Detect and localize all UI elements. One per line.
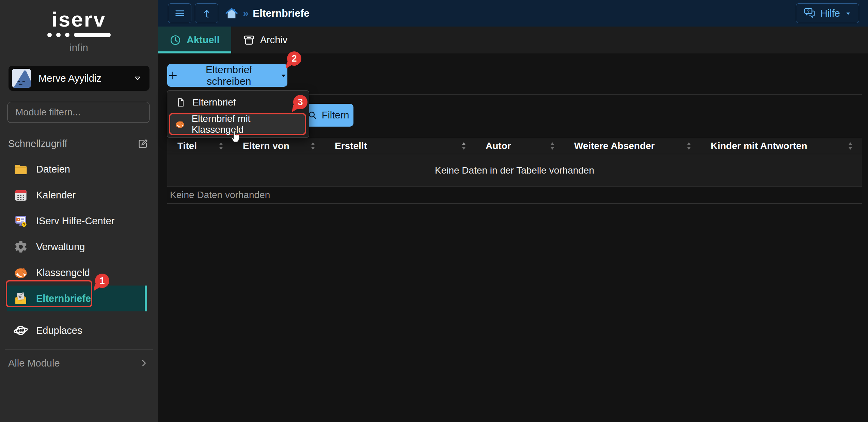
archive-icon (243, 34, 255, 46)
badge-number: 3 (298, 97, 303, 108)
fox-icon (175, 119, 185, 129)
sidebar-item-elternbriefe[interactable]: Elternbriefe (7, 286, 147, 311)
sidebar-item-kalender[interactable]: Kalender (7, 182, 158, 208)
sidebar-item-klassengeld[interactable]: Klassengeld (7, 260, 158, 286)
column-header-eltern-von[interactable]: Eltern von (233, 138, 325, 154)
menu-toggle-button[interactable] (168, 3, 191, 23)
tab-label: Aktuell (187, 34, 220, 46)
chevron-down-icon (133, 74, 142, 83)
badge-number: 2 (291, 53, 297, 64)
column-header-kinder-mit-antworten[interactable]: Kinder mit Antworten (700, 138, 862, 154)
file-icon (176, 98, 186, 107)
column-label: Erstellt (335, 141, 367, 151)
letters-table: Titel Eltern von Erstellt (167, 138, 862, 204)
sort-icon (218, 141, 224, 151)
write-dropdown-menu: Elternbrief Elternbrief mit Klassengeld (167, 90, 309, 138)
filter-button-label: Filtern (322, 110, 349, 121)
breadcrumb-separator: » (243, 7, 249, 19)
dropdown-item-elternbrief[interactable]: Elternbrief (167, 93, 309, 112)
column-header-erstellt[interactable]: Erstellt (325, 138, 475, 154)
column-label: Kinder mit Antworten (711, 141, 807, 151)
sidebar-item-label: Kalender (36, 190, 76, 201)
column-header-autor[interactable]: Autor (475, 138, 564, 154)
table-empty-row: Keine Daten in der Tabelle vorhanden (167, 154, 862, 187)
caret-down-icon (845, 10, 852, 17)
sidebar-item-verwaltung[interactable]: Verwaltung (7, 234, 158, 260)
clock-icon (169, 34, 182, 46)
edit-icon[interactable] (137, 138, 149, 149)
sidebar-item-label: Verwaltung (36, 241, 85, 253)
content-area: Elternbrief schreiben 2 Filtern (158, 53, 868, 422)
home-icon[interactable] (224, 6, 239, 20)
user-name: Merve Ayyildiz (38, 73, 126, 84)
iserv-logo-underline (0, 33, 158, 37)
dropdown-item-label: Elternbrief mit Klassengeld (192, 113, 300, 135)
help-chat-icon: ? (803, 7, 816, 19)
tab-label: Archiv (260, 34, 288, 46)
tenant-name: infin (0, 42, 158, 53)
all-modules-label: Alle Module (8, 358, 60, 369)
annotation-badge-step3: 3 (293, 95, 307, 109)
column-header-titel[interactable]: Titel (167, 138, 233, 154)
help-center-icon: ? (14, 214, 28, 228)
badge-number: 1 (99, 276, 105, 286)
sidebar-item-iserv-hilfe-center[interactable]: ? IServ Hilfe-Center (7, 208, 158, 234)
folder-icon (14, 162, 28, 176)
module-filter (7, 102, 149, 123)
help-menu-button[interactable]: ? Hilfe (796, 3, 859, 23)
write-letter-label: Elternbrief schreiben (184, 64, 274, 87)
app-window: iserv infin Merve Ayyildiz Schnellzug (0, 0, 868, 422)
write-letter-button[interactable]: Elternbrief schreiben (167, 64, 287, 87)
dropdown-item-label: Elternbrief (192, 97, 236, 108)
quick-access-header: Schnellzugriff (8, 138, 149, 149)
footer-info-label: Keine Daten vorhanden (170, 190, 270, 200)
quick-access-label: Schnellzugriff (8, 138, 67, 149)
table-header-row: Titel Eltern von Erstellt (167, 138, 862, 154)
column-label: Autor (486, 141, 511, 151)
arrow-up-icon (201, 7, 212, 19)
module-filter-input[interactable] (7, 102, 149, 123)
svg-text:?: ? (23, 222, 25, 227)
sidebar: iserv infin Merve Ayyildiz Schnellzug (0, 0, 158, 422)
chevron-right-icon (139, 358, 149, 368)
sidebar-item-label: Elternbriefe (36, 293, 91, 304)
column-header-weitere-absender[interactable]: Weitere Absender (564, 138, 700, 154)
tab-bar: Aktuell Archiv (158, 27, 868, 53)
plus-icon (167, 70, 178, 81)
tab-aktuell[interactable]: Aktuell (158, 27, 231, 53)
caret-down-icon (280, 71, 287, 80)
planet-icon (14, 323, 28, 338)
annotation-badge-step2: 2 (287, 51, 301, 66)
svg-text:?: ? (807, 9, 810, 14)
sidebar-divider (5, 350, 153, 350)
sidebar-item-label: IServ Hilfe-Center (36, 215, 114, 227)
hamburger-icon (174, 7, 186, 19)
user-menu[interactable]: Merve Ayyildiz (9, 66, 149, 91)
column-label: Weitere Absender (574, 141, 655, 151)
sidebar-item-eduplaces[interactable]: Eduplaces (7, 318, 158, 343)
tab-archiv[interactable]: Archiv (231, 27, 299, 53)
cursor-hand-icon (228, 128, 242, 143)
help-label: Hilfe (820, 8, 840, 19)
column-label: Eltern von (243, 141, 289, 151)
navigate-up-button[interactable] (195, 3, 218, 23)
iserv-logo: iserv infin (0, 0, 158, 53)
sort-icon (848, 141, 853, 151)
open-letter-icon (14, 291, 28, 306)
sidebar-item-dateien[interactable]: Dateien (7, 156, 158, 182)
empty-message: Keine Daten in der Tabelle vorhanden (435, 165, 594, 176)
all-modules-link[interactable]: Alle Module (8, 351, 149, 375)
iserv-logo-text: iserv (0, 9, 158, 30)
sidebar-item-label: Dateien (36, 164, 70, 175)
sort-icon (686, 141, 692, 151)
column-label: Titel (177, 141, 197, 151)
avatar (12, 69, 31, 88)
filter-button[interactable]: Filtern (303, 104, 353, 127)
main-area: » Elternbriefe ? Hilfe (158, 0, 868, 422)
sort-icon (461, 141, 467, 151)
breadcrumb-current: Elternbriefe (253, 7, 310, 19)
topbar: » Elternbriefe ? Hilfe (158, 0, 868, 27)
sidebar-item-label: Eduplaces (36, 325, 82, 336)
gear-icon (14, 240, 28, 254)
module-list: Dateien Kalender (0, 156, 158, 343)
